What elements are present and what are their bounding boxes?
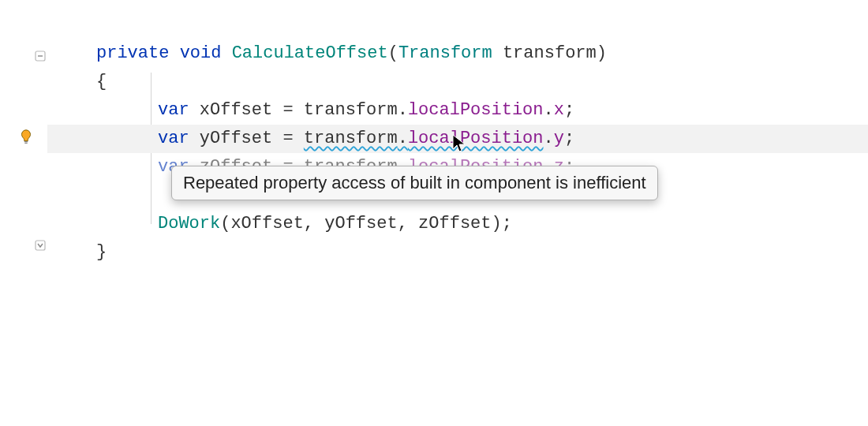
property: localPosition [408,100,544,120]
var-name: xOffset [200,100,272,120]
method-name: CalculateOffset [232,43,388,63]
property: localPosition [408,129,544,148]
code-line[interactable]: DoWork(xOffset, yOffset, zOffset); [47,210,868,238]
member: y [554,129,564,148]
semicolon: ; [564,129,574,148]
code-line[interactable]: var xOffset = transform.localPosition.x; [47,96,868,125]
arg: xOffset [230,214,303,234]
member: x [554,100,564,120]
code-area[interactable]: private void CalculateOffset(Transform t… [47,0,868,426]
close-brace: } [96,242,107,262]
code-line[interactable]: } [47,238,868,267]
svg-rect-1 [24,143,28,144]
mouse-cursor-icon [452,134,466,153]
lparen: ( [220,214,230,234]
object-ref: transform [304,129,398,148]
dot: . [398,129,408,148]
arg: yOffset [324,214,397,234]
lightbulb-icon[interactable] [17,129,35,146]
param-name: transform [503,43,597,63]
code-line[interactable]: { [47,68,868,96]
gutter [0,0,47,426]
code-line[interactable]: private void CalculateOffset(Transform t… [47,39,868,68]
fold-open-icon[interactable] [35,47,46,58]
semicolon: ; [564,100,574,120]
object-ref: transform [304,100,398,120]
keyword-var: var [158,100,189,120]
fold-close-icon[interactable] [35,237,46,248]
equals: = [272,100,304,120]
tooltip-text: Repeated property access of built in com… [183,173,646,192]
inspection-highlight[interactable]: transform.localPosition [304,129,544,148]
keyword-var: var [158,129,189,148]
svg-rect-3 [36,241,45,250]
code-editor[interactable]: private void CalculateOffset(Transform t… [0,0,868,426]
inspection-tooltip: Repeated property access of built in com… [171,166,658,200]
arg: zOffset [418,214,491,234]
lparen: ( [388,43,398,63]
var-name: yOffset [200,129,272,148]
method-call: DoWork [158,214,220,234]
rparen: ) [597,43,607,63]
keyword-void: void [180,43,222,63]
comma: , [304,214,324,234]
open-brace: { [96,72,107,92]
comma: , [398,214,418,234]
svg-rect-0 [24,141,28,142]
dot: . [398,100,408,120]
semicolon: ; [502,214,512,234]
rparen: ) [492,214,502,234]
keyword-private: private [96,43,169,63]
dot: . [544,100,554,120]
equals: = [272,129,304,148]
param-type: Transform [398,43,492,63]
dot: . [544,129,554,148]
